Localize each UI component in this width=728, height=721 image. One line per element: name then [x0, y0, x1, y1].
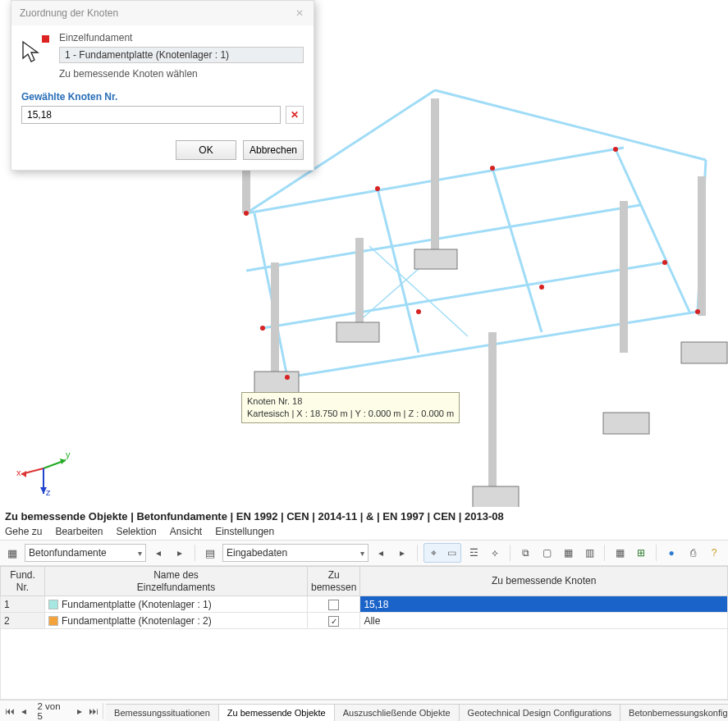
measure-icon[interactable]: ⟡ [486, 544, 504, 562]
menu-view[interactable]: Ansicht [170, 526, 202, 537]
footer-tab[interactable]: Bemessungssituationen [106, 704, 219, 721]
footer-tabstrip: BemessungssituationenZu bemessende Objek… [106, 700, 728, 721]
svg-point-28 [490, 166, 495, 171]
svg-point-30 [260, 326, 265, 331]
row-number[interactable]: 1 [1, 596, 45, 613]
combo-input-data[interactable]: Eingabedaten ▾ [222, 544, 369, 562]
axis-triad: x y z [15, 440, 72, 499]
svg-marker-41 [40, 487, 47, 494]
bottom-panel: Zu bemessende Objekte | Betonfundamente … [0, 507, 728, 721]
select-mode-icon[interactable]: ⌖ [424, 544, 442, 562]
nav-prev-icon[interactable]: ◂ [149, 544, 167, 562]
svg-line-8 [345, 254, 435, 334]
table-row[interactable]: 2Fundamentplatte (Knotenlager : 2)✓Alle [1, 613, 728, 629]
axis-x-label: x [16, 468, 21, 477]
svg-line-4 [254, 213, 287, 377]
col-fund-a: Fund. [4, 569, 41, 581]
svg-rect-23 [603, 413, 649, 434]
checkbox-icon[interactable] [328, 600, 339, 610]
input-data-icon[interactable]: ▤ [201, 544, 219, 562]
foundation-heading: Einzelfundament [59, 32, 304, 43]
menu-goto[interactable]: Gehe zu [5, 526, 42, 537]
pick-cursor-icon [21, 35, 49, 66]
svg-line-6 [492, 168, 542, 332]
table-row[interactable]: 1Fundamentplatte (Knotenlager : 1)15,18 [1, 596, 728, 613]
row-name[interactable]: Fundamentplatte (Knotenlager : 2) [45, 613, 308, 629]
close-icon[interactable]: ✕ [291, 6, 309, 21]
prev-page-icon[interactable]: ◂ [17, 704, 31, 719]
select-box-icon[interactable]: ▭ [442, 544, 460, 562]
svg-line-1 [246, 205, 640, 271]
dialog-title: Zuordnung der Knoten [20, 7, 118, 19]
svg-marker-39 [60, 459, 66, 464]
menu-select[interactable]: Selektion [116, 526, 156, 537]
svg-point-35 [695, 309, 700, 314]
help-icon[interactable]: ? [705, 544, 723, 562]
tooltip-line2: Kartesisch | X : 18.750 m | Y : 0.000 m … [247, 408, 454, 420]
svg-line-36 [21, 468, 43, 474]
grid-a-icon[interactable]: ▦ [559, 544, 577, 562]
globe-icon[interactable]: ● [662, 544, 680, 562]
copy-icon[interactable]: ⧉ [516, 544, 534, 562]
footer-tab[interactable]: Zu bemessende Objekte [218, 704, 335, 721]
svg-rect-21 [337, 322, 379, 342]
node-tooltip: Knoten Nr. 18 Kartesisch | X : 18.750 m … [241, 392, 460, 423]
foundation-type-icon[interactable]: ▦ [3, 544, 21, 562]
table-empty-area[interactable] [0, 629, 728, 700]
panel-title: Zu bemessende Objekte | Betonfundamente … [0, 507, 728, 524]
svg-point-33 [662, 260, 667, 265]
grid-b-icon[interactable]: ▥ [580, 544, 598, 562]
svg-line-2 [263, 262, 665, 328]
last-page-icon[interactable]: ⏭ [86, 704, 100, 719]
foundation-table[interactable]: Fund.Nr. Name desEinzelfundaments Zubeme… [0, 566, 728, 629]
first-page-icon[interactable]: ⏮ [3, 704, 17, 719]
selected-nodes-input[interactable] [21, 106, 281, 124]
clear-input-button[interactable]: ✕ [286, 106, 304, 124]
row-checkbox-cell[interactable] [308, 596, 360, 613]
svg-point-31 [416, 309, 421, 314]
dialog-titlebar[interactable]: Zuordnung der Knoten ✕ [11, 1, 314, 25]
nav-prev2-icon[interactable]: ◂ [372, 544, 390, 562]
menu-settings[interactable]: Einstellungen [215, 526, 274, 537]
row-name[interactable]: Fundamentplatte (Knotenlager : 1) [45, 596, 308, 613]
combo-foundation-type-label: Betonfundamente [29, 547, 107, 559]
checkbox-icon[interactable]: ✓ [328, 616, 339, 627]
delete-icon[interactable]: ▢ [538, 544, 556, 562]
filter-icon[interactable]: ☲ [465, 544, 483, 562]
row-number[interactable]: 2 [1, 613, 45, 629]
combo-foundation-type[interactable]: Betonfundamente ▾ [25, 544, 146, 562]
nav-next2-icon[interactable]: ▸ [393, 544, 411, 562]
svg-line-3 [287, 312, 698, 377]
svg-marker-42 [23, 42, 38, 62]
row-checkbox-cell[interactable]: ✓ [308, 613, 360, 629]
ok-button[interactable]: OK [176, 140, 236, 160]
svg-rect-20 [254, 372, 299, 393]
color-swatch [48, 616, 58, 626]
footer-tab[interactable]: Geotechnical Design Configurations [459, 704, 621, 721]
table-icon[interactable]: ▦ [611, 544, 629, 562]
page-indicator: 2 von 5 [31, 701, 73, 721]
svg-rect-25 [473, 486, 519, 508]
menu-edit[interactable]: Bearbeiten [55, 526, 103, 537]
excel-icon[interactable]: ⊞ [632, 544, 650, 562]
svg-rect-24 [681, 342, 727, 363]
svg-point-32 [539, 285, 544, 290]
next-page-icon[interactable]: ▸ [73, 704, 87, 719]
svg-line-38 [43, 460, 66, 468]
foundation-selection[interactable]: 1 - Fundamentplatte (Knotenlager : 1) [59, 47, 304, 63]
svg-line-7 [616, 149, 689, 312]
print-icon[interactable]: ⎙ [684, 544, 702, 562]
row-nodes[interactable]: 15,18 [360, 596, 728, 613]
foundation-instruction: Zu bemessende Knoten wählen [59, 68, 304, 80]
cancel-button[interactable]: Abbrechen [243, 140, 304, 160]
footer-tab[interactable]: Auszuschließende Objekte [334, 704, 460, 721]
col-todo-a: Zu [311, 569, 356, 581]
svg-line-10 [435, 90, 706, 160]
color-swatch [48, 600, 58, 609]
row-nodes[interactable]: Alle [360, 613, 728, 629]
nav-next-icon[interactable]: ▸ [171, 544, 189, 562]
svg-rect-22 [414, 249, 457, 269]
svg-marker-37 [21, 471, 26, 477]
panel-menubar: Gehe zu Bearbeiten Selektion Ansicht Ein… [0, 524, 728, 540]
footer-tab[interactable]: Betonbemessungskonfigurationen [620, 704, 728, 721]
